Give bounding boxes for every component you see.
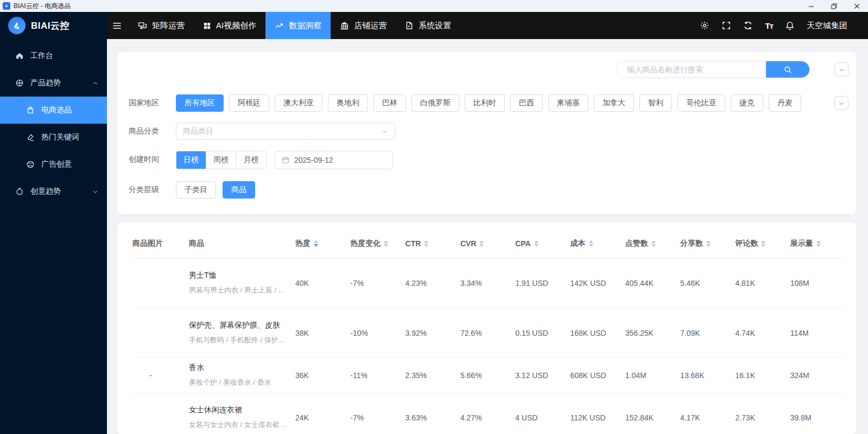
tab-data-insights[interactable]: 数据洞察: [265, 12, 331, 39]
brand: BIAI云控: [0, 12, 107, 39]
likes-value: 152.84K: [625, 413, 680, 422]
cost-value: 608K USD: [571, 371, 625, 380]
table-row[interactable]: 保护壳、屏幕保护膜、皮肤 手机与数码 / 手机配件 / 保护... 38K -1…: [132, 308, 845, 358]
sidebar-item-workbench[interactable]: 工作台: [0, 42, 107, 69]
cost-value: 142K USD: [571, 279, 625, 288]
column-header-cpa[interactable]: CPA: [515, 239, 570, 248]
grid-icon: [203, 22, 211, 30]
heat-value: 36K: [295, 371, 350, 380]
country-option[interactable]: 柬埔寨: [548, 94, 588, 112]
tab-ai-video-creation[interactable]: AI视频创作: [194, 12, 265, 39]
date-picker[interactable]: 2025-09-12: [275, 151, 393, 169]
country-option[interactable]: 阿根廷: [229, 94, 269, 112]
filter-panel: 国家地区 所有地区 阿根廷 澳大利亚 奥地利 巴林 白俄罗斯 比利时 巴西 柬埔…: [117, 52, 856, 214]
cvr-value: 3.34%: [460, 279, 515, 288]
country-option[interactable]: 白俄罗斯: [411, 94, 459, 112]
country-option[interactable]: 巴西: [510, 94, 543, 112]
country-option[interactable]: 哥伦比亚: [677, 94, 725, 112]
bell-icon[interactable]: [785, 21, 795, 30]
collapse-countries-button[interactable]: [834, 96, 848, 110]
heat-value: 38K: [295, 329, 350, 337]
tab-matrix-operations[interactable]: 矩阵运营: [129, 12, 194, 39]
column-header-likes[interactable]: 点赞数: [625, 239, 680, 248]
impressions-value: 324M: [790, 371, 845, 380]
time-tab-daily[interactable]: 日榜: [176, 151, 206, 169]
search-input[interactable]: [617, 61, 766, 78]
country-option[interactable]: 巴林: [373, 94, 406, 112]
country-option[interactable]: 丹麦: [769, 94, 801, 112]
cpa-value: 3.12 USD: [515, 371, 570, 380]
column-header-cost[interactable]: 成本: [571, 239, 625, 248]
column-header-shares[interactable]: 分享数: [680, 239, 735, 248]
column-header-impressions[interactable]: 展示量: [790, 239, 845, 248]
filter-row-country: 国家地区 所有地区 阿根廷 澳大利亚 奥地利 巴林 白俄罗斯 比利时 巴西 柬埔…: [129, 94, 848, 112]
date-value: 2025-09-12: [294, 156, 333, 164]
calendar-icon: [282, 156, 289, 164]
heat-change-value: -11%: [350, 371, 405, 380]
sidebar-item-ad-creative[interactable]: 广告创意: [0, 151, 107, 178]
refresh-icon[interactable]: [743, 21, 753, 30]
time-tab-monthly[interactable]: 月榜: [236, 151, 266, 169]
column-header-heat-change[interactable]: 热度变化: [350, 239, 405, 248]
settings-doc-icon: [405, 21, 414, 30]
column-header-comments[interactable]: 评论数: [735, 239, 790, 248]
cpa-value: 1.91 USD: [515, 279, 570, 288]
close-icon[interactable]: [845, 0, 868, 12]
sidebar-item-creative-trends[interactable]: 创意趋势: [0, 178, 107, 205]
sort-icon: [816, 240, 821, 247]
sidebar-item-ecommerce-picks[interactable]: 电商选品: [0, 97, 107, 124]
compass-icon: [15, 79, 24, 87]
font-size-icon[interactable]: Tᴛ: [765, 21, 773, 30]
country-option[interactable]: 澳大利亚: [275, 94, 322, 112]
filter-row-category: 商品分类 商品类目: [129, 123, 848, 140]
tab-system-settings[interactable]: 系统设置: [396, 12, 460, 39]
filter-label: 创建时间: [129, 151, 176, 164]
cvr-value: 4.27%: [460, 413, 515, 422]
country-option[interactable]: 奥地利: [328, 94, 368, 112]
column-header-ctr[interactable]: CTR: [406, 239, 460, 248]
column-header-image: 商品图片: [132, 239, 189, 248]
table-row[interactable]: 女士休闲连衣裙 女装与女士内衣 / 女士连衣裙 ... 24K -7% 3.63…: [132, 393, 845, 434]
sidebar-item-product-trends[interactable]: 产品趋势: [0, 69, 107, 97]
restore-button[interactable]: [822, 0, 845, 12]
country-option[interactable]: 捷克: [731, 94, 763, 112]
sort-icon: [424, 240, 428, 247]
country-option[interactable]: 比利时: [465, 94, 505, 112]
column-header-cvr[interactable]: CVR: [460, 239, 515, 248]
country-option[interactable]: 加拿大: [594, 94, 634, 112]
category-select[interactable]: 商品类目: [176, 123, 395, 140]
level-option-subcategory[interactable]: 子类目: [176, 181, 216, 199]
search-button[interactable]: [766, 61, 809, 78]
comments-value: 4.81K: [735, 279, 790, 288]
comments-value: 4.74K: [735, 329, 790, 337]
heat-value: 40K: [295, 279, 350, 288]
category-placeholder: 商品类目: [183, 126, 382, 136]
product-cell: 男士T恤 男装与男士内衣 / 男士上装 / ...: [189, 271, 295, 295]
cpa-value: 4 USD: [515, 413, 570, 422]
sidebar-item-hot-keywords[interactable]: 热门关键词: [0, 124, 107, 151]
fullscreen-icon[interactable]: [721, 21, 731, 30]
collapse-search-button[interactable]: [834, 62, 848, 76]
menu-toggle-icon[interactable]: [107, 12, 129, 39]
country-option[interactable]: 智利: [639, 94, 672, 112]
brand-logo-icon: [8, 17, 26, 34]
tab-store-operations[interactable]: 店铺运营: [331, 12, 396, 39]
os-titlebar: B BIAI云控 - 电商选品: [0, 0, 868, 12]
brand-name: BIAI云控: [31, 20, 69, 32]
column-header-heat[interactable]: 热度: [295, 239, 350, 248]
impressions-value: 114M: [790, 329, 845, 337]
table-row[interactable]: - 香水 美妆个护 / 美妆香水 / 香水 36K -11% 2.35% 5.6…: [132, 358, 845, 393]
minimize-button[interactable]: [800, 0, 822, 12]
country-option[interactable]: 所有地区: [176, 94, 224, 112]
ctr-value: 3.63%: [406, 413, 460, 422]
table-row[interactable]: 男士T恤 男装与男士内衣 / 男士上装 / ... 40K -7% 4.23% …: [132, 258, 845, 308]
bank-icon: [340, 21, 349, 30]
product-table: 商品图片 商品 热度 热度变化 CTR CVR CPA 成本 点赞数 分享数 评…: [117, 222, 856, 434]
trend-chart-icon: [275, 21, 284, 30]
time-tab-weekly[interactable]: 周榜: [206, 151, 236, 169]
gear-icon[interactable]: [700, 21, 709, 30]
shares-value: 5.46K: [680, 279, 735, 288]
level-option-product[interactable]: 商品: [223, 181, 255, 199]
likes-value: 356.25K: [625, 329, 680, 337]
likes-value: 1.04M: [625, 371, 680, 380]
